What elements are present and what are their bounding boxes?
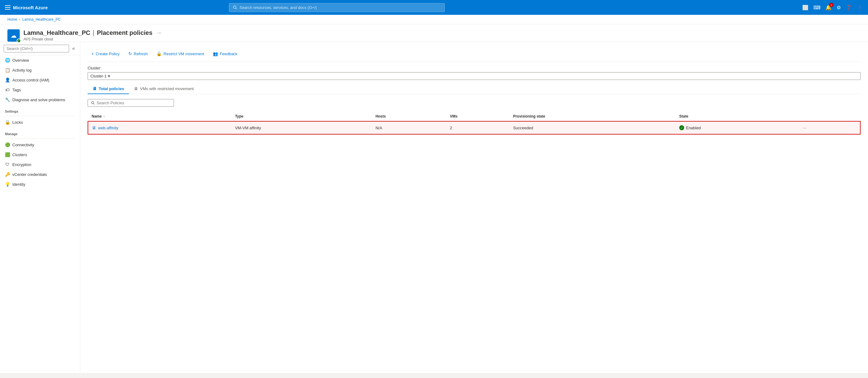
breadcrumb: Home › Lamna_Healthcare_PC	[0, 15, 868, 24]
sidebar-item-vcenter[interactable]: 🔑 vCenter credentials	[0, 169, 80, 179]
sidebar-search-input[interactable]	[4, 45, 69, 53]
access-control-icon: 👤	[5, 78, 10, 82]
table-row[interactable]: 🖥 web-affinity VM-VM affinity N/A 2 Succ…	[88, 121, 860, 134]
col-type[interactable]: Type	[231, 112, 372, 121]
total-policies-tab-label: Total policies	[99, 86, 124, 91]
notification-icon[interactable]: 🔔 1	[826, 5, 832, 10]
sidebar-item-identity[interactable]: 💡 Identity	[0, 179, 80, 189]
sidebar-item-label: Locks	[12, 120, 23, 125]
create-policy-button[interactable]: + Create Policy	[88, 49, 123, 58]
brand-logo: Microsoft Azure	[5, 5, 48, 10]
state-enabled-dot: ✓	[679, 125, 684, 130]
svg-rect-2	[5, 9, 10, 9]
breadcrumb-home[interactable]: Home	[7, 17, 17, 22]
vms-restricted-tab-icon: 🖥	[134, 86, 138, 91]
cell-vms: 2	[446, 121, 509, 134]
portal-icon[interactable]: ⬜	[802, 5, 808, 10]
more-options-icon[interactable]: ···	[157, 30, 161, 36]
cell-type: VM-VM affinity	[231, 121, 372, 134]
col-provisioning[interactable]: Provisioning state	[509, 112, 676, 121]
activity-log-icon: 📋	[5, 67, 10, 72]
connectivity-icon: 🟢	[5, 142, 10, 147]
cloud-shell-icon[interactable]: ⌨	[813, 5, 820, 10]
row-more-actions-button[interactable]: ···	[801, 125, 808, 131]
global-search[interactable]	[229, 3, 445, 12]
help-icon[interactable]: ❓	[846, 5, 852, 10]
sidebar-search-container: «	[0, 42, 80, 55]
breadcrumb-resource[interactable]: Lamna_Healthcare_PC	[22, 17, 61, 22]
sidebar-item-diagnose[interactable]: 🔧 Diagnose and solve problems	[0, 95, 80, 105]
cluster-dropdown[interactable]: Cluster-1 ▾	[88, 72, 861, 80]
search-input[interactable]	[240, 5, 441, 10]
tab-vms-restricted[interactable]: 🖥 VMs with restricted movement	[129, 84, 199, 94]
identity-icon: 💡	[5, 182, 10, 187]
col-hosts[interactable]: Hosts	[372, 112, 446, 121]
restrict-vm-label: Restrict VM movement	[163, 52, 204, 56]
svg-point-3	[234, 6, 236, 9]
sidebar-item-activity-log[interactable]: 📋 Activity log	[0, 65, 80, 75]
create-policy-label: Create Policy	[96, 52, 119, 56]
resource-icon: ☁ ✓	[7, 29, 20, 42]
sort-arrow-name: ↑	[103, 115, 105, 118]
table-body: 🖥 web-affinity VM-VM affinity N/A 2 Succ…	[88, 121, 860, 134]
tabs: 🖥 Total policies 🖥 VMs with restricted m…	[88, 84, 861, 94]
policies-search-input[interactable]	[97, 100, 170, 105]
hamburger-icon[interactable]	[5, 5, 10, 9]
cell-state: ✓ Enabled	[676, 121, 797, 134]
sidebar-item-label: Overview	[12, 58, 29, 63]
total-policies-tab-icon: 🖥	[93, 86, 97, 91]
account-icon[interactable]: 👤	[857, 5, 863, 10]
sidebar-divider-manage	[5, 138, 75, 139]
feedback-button[interactable]: 👥 Feedback	[209, 49, 241, 58]
cell-name: 🖥 web-affinity	[88, 121, 231, 134]
policies-search-bar[interactable]	[88, 99, 174, 107]
tab-total-policies[interactable]: 🖥 Total policies	[88, 84, 129, 94]
main-layout: « 🌐 Overview 📋 Activity log 👤 Access con…	[0, 42, 868, 373]
cell-provisioning: Succeeded	[509, 121, 676, 134]
refresh-icon: ↻	[128, 51, 132, 56]
breadcrumb-separator: ›	[19, 17, 20, 22]
cluster-dropdown-chevron: ▾	[108, 74, 110, 78]
sidebar-item-label: Diagnose and solve problems	[12, 97, 65, 102]
cell-more-actions: ···	[797, 121, 860, 134]
nav-icons: ⬜ ⌨ 🔔 1 ⚙ ❓ 👤	[802, 5, 863, 10]
sidebar-item-label: Tags	[12, 88, 21, 92]
collapse-sidebar-button[interactable]: «	[71, 45, 76, 53]
policy-link[interactable]: 🖥 web-affinity	[92, 125, 228, 130]
sidebar-item-clusters[interactable]: 🟩 Clusters	[0, 150, 80, 159]
sidebar-item-overview[interactable]: 🌐 Overview	[0, 55, 80, 65]
create-policy-icon: +	[91, 51, 94, 56]
cluster-label: Cluster:	[88, 66, 861, 70]
refresh-button[interactable]: ↻ Refresh	[125, 49, 152, 58]
clusters-icon: 🟩	[5, 152, 10, 157]
notification-badge: 1	[829, 3, 833, 7]
col-state[interactable]: State	[676, 112, 797, 121]
sidebar-item-label: Access control (IAM)	[12, 78, 49, 82]
settings-icon[interactable]: ⚙	[837, 5, 841, 10]
sidebar-item-access-control[interactable]: 👤 Access control (IAM)	[0, 75, 80, 85]
brand-name: Microsoft Azure	[13, 5, 48, 10]
page-title: Lamna_Healthcare_PC | Placement policies…	[24, 29, 161, 36]
sidebar-item-label: Identity	[12, 182, 25, 187]
svg-point-5	[91, 101, 93, 104]
sidebar-item-locks[interactable]: 🔒 Locks	[0, 117, 80, 127]
settings-section-label: Settings	[0, 105, 80, 115]
sidebar-item-label: Activity log	[12, 68, 31, 72]
col-vms[interactable]: VMs	[446, 112, 509, 121]
diagnose-icon: 🔧	[5, 97, 10, 102]
top-navigation: Microsoft Azure ⬜ ⌨ 🔔 1 ⚙ ❓ 👤	[0, 0, 868, 15]
table-header: Name ↑ Type Hosts VMs Prov	[88, 112, 860, 121]
sidebar-item-encryption[interactable]: 🛡 Encryption	[0, 159, 80, 169]
sidebar-item-connectivity[interactable]: 🟢 Connectivity	[0, 140, 80, 150]
status-check-badge: ✓	[17, 38, 21, 43]
col-name[interactable]: Name ↑	[88, 112, 231, 121]
main-content: + Create Policy ↻ Refresh 🔒 Restrict VM …	[80, 42, 868, 373]
page-subtitle: AVS Private cloud	[24, 37, 161, 41]
restrict-vm-button[interactable]: 🔒 Restrict VM movement	[153, 49, 208, 58]
sidebar-item-label: Clusters	[12, 152, 27, 157]
sidebar-item-tags[interactable]: 🏷 Tags	[0, 85, 80, 95]
policy-icon: 🖥	[92, 125, 96, 130]
sidebar-item-label: vCenter credentials	[12, 172, 47, 177]
overview-icon: 🌐	[5, 58, 10, 63]
feedback-icon: 👥	[213, 51, 218, 56]
